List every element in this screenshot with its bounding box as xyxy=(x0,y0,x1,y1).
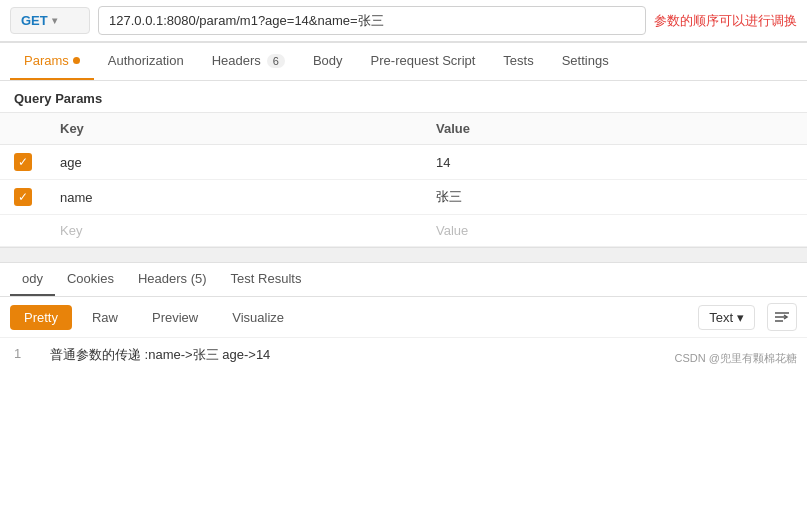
tab-tests-label: Tests xyxy=(503,53,533,68)
row2-key[interactable]: name xyxy=(46,180,422,215)
tab-headers-label: Headers xyxy=(212,53,261,68)
section-divider xyxy=(0,247,807,263)
tab-body-label: Body xyxy=(313,53,343,68)
table-header-row: Key Value xyxy=(0,113,807,145)
checkbox-col-header xyxy=(0,113,46,145)
tab-cookies[interactable]: Cookies xyxy=(55,263,126,296)
tab-test-results-label: Test Results xyxy=(231,271,302,286)
row1-checkbox-cell: ✓ xyxy=(0,145,46,180)
method-chevron-icon: ▾ xyxy=(52,15,57,26)
params-table: Key Value ✓ age 14 ✓ name 张三 Key xyxy=(0,112,807,247)
row3-value-placeholder[interactable]: Value xyxy=(422,215,807,247)
tab-params-label: Params xyxy=(24,53,69,68)
key-col-header: Key xyxy=(46,113,422,145)
tab-cookies-label: Cookies xyxy=(67,271,114,286)
format-raw-button[interactable]: Raw xyxy=(78,305,132,330)
url-input[interactable] xyxy=(98,6,646,35)
tab-headers-response[interactable]: Headers (5) xyxy=(126,263,219,296)
tab-headers-response-label: Headers (5) xyxy=(138,271,207,286)
method-label: GET xyxy=(21,13,48,28)
request-tabs: Params Authorization Headers 6 Body Pre-… xyxy=(0,43,807,81)
table-row-empty: Key Value xyxy=(0,215,807,247)
table-row: ✓ name 张三 xyxy=(0,180,807,215)
format-bar: Pretty Raw Preview Visualize Text ▾ xyxy=(0,297,807,338)
url-bar: GET ▾ 参数的顺序可以进行调换 xyxy=(0,0,807,43)
tab-settings-label: Settings xyxy=(562,53,609,68)
row2-value[interactable]: 张三 xyxy=(422,180,807,215)
text-type-dropdown[interactable]: Text ▾ xyxy=(698,305,755,330)
row3-checkbox-cell xyxy=(0,215,46,247)
headers-badge: 6 xyxy=(267,54,285,68)
format-visualize-button[interactable]: Visualize xyxy=(218,305,298,330)
tab-body-partial-label: ody xyxy=(22,271,43,286)
wrap-icon-button[interactable] xyxy=(767,303,797,331)
tab-params[interactable]: Params xyxy=(10,43,94,80)
tab-headers[interactable]: Headers 6 xyxy=(198,43,299,80)
text-type-label: Text xyxy=(709,310,733,325)
format-preview-button[interactable]: Preview xyxy=(138,305,212,330)
tab-body-partial[interactable]: ody xyxy=(10,263,55,296)
response-tabs: ody Cookies Headers (5) Test Results xyxy=(0,263,807,297)
tab-prerequest[interactable]: Pre-request Script xyxy=(357,43,490,80)
line-number: 1 xyxy=(14,346,30,361)
app-container: GET ▾ 参数的顺序可以进行调换 Params Authorization H… xyxy=(0,0,807,372)
tab-authorization-label: Authorization xyxy=(108,53,184,68)
row3-key-placeholder[interactable]: Key xyxy=(46,215,422,247)
row1-key[interactable]: age xyxy=(46,145,422,180)
tab-prerequest-label: Pre-request Script xyxy=(371,53,476,68)
tab-authorization[interactable]: Authorization xyxy=(94,43,198,80)
query-params-title: Query Params xyxy=(0,81,807,112)
url-hint: 参数的顺序可以进行调换 xyxy=(654,12,797,30)
value-col-header: Value xyxy=(422,113,807,145)
row2-checkbox[interactable]: ✓ xyxy=(14,188,32,206)
text-type-chevron-icon: ▾ xyxy=(737,310,744,325)
tab-test-results[interactable]: Test Results xyxy=(219,263,314,296)
row2-checkbox-cell: ✓ xyxy=(0,180,46,215)
method-dropdown[interactable]: GET ▾ xyxy=(10,7,90,34)
params-dot-icon xyxy=(73,57,80,64)
row1-checkbox[interactable]: ✓ xyxy=(14,153,32,171)
format-pretty-button[interactable]: Pretty xyxy=(10,305,72,330)
table-row: ✓ age 14 xyxy=(0,145,807,180)
tab-settings[interactable]: Settings xyxy=(548,43,623,80)
tab-tests[interactable]: Tests xyxy=(489,43,547,80)
tab-body[interactable]: Body xyxy=(299,43,357,80)
watermark: CSDN @兜里有颗棉花糖 xyxy=(675,351,797,366)
row1-value[interactable]: 14 xyxy=(422,145,807,180)
